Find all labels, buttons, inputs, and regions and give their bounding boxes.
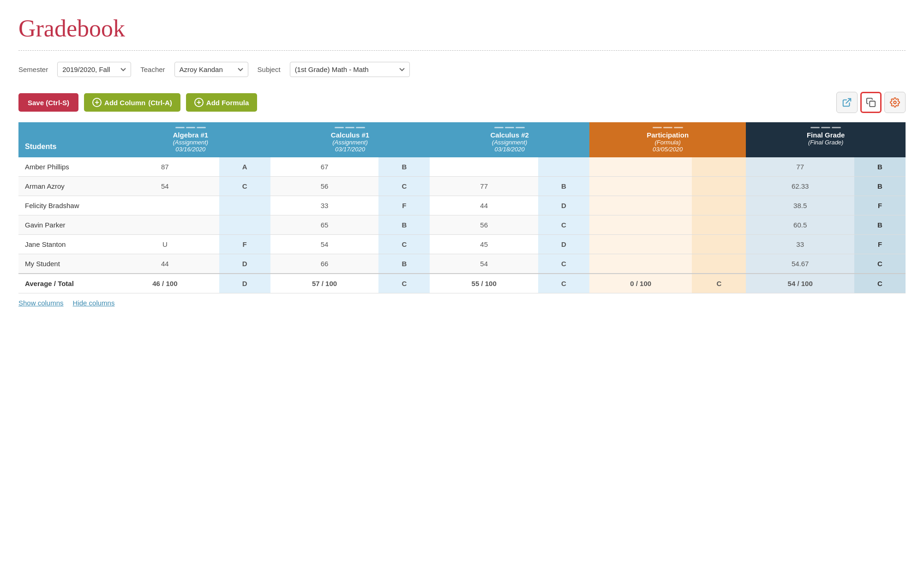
- final-cell[interactable]: 33: [746, 235, 854, 254]
- final-grade-cell[interactable]: B: [854, 215, 906, 235]
- export-button[interactable]: [836, 92, 858, 113]
- final-grade-cell[interactable]: B: [854, 157, 906, 177]
- formula-cell[interactable]: [589, 157, 692, 177]
- subject-select[interactable]: (1st Grade) Math - Math: [290, 62, 410, 77]
- grade-cell[interactable]: F: [219, 235, 270, 254]
- grade-cell[interactable]: B: [378, 157, 430, 177]
- grade-cell[interactable]: A: [219, 157, 270, 177]
- student-name: Jane Stanton: [18, 235, 111, 254]
- formula-grade-cell[interactable]: [692, 254, 746, 274]
- grade-cell[interactable]: D: [219, 254, 270, 274]
- col-header-algebra1: Algebra #1 (Assignment) 03/16/2020: [111, 122, 270, 157]
- grade-cell[interactable]: D: [538, 235, 589, 254]
- grade-cell[interactable]: F: [378, 196, 430, 215]
- table-row: Gavin Parker 65 B 56 C 60.5 B: [18, 215, 906, 235]
- score-cell[interactable]: [430, 157, 538, 177]
- grade-cell[interactable]: C: [538, 215, 589, 235]
- grade-cell[interactable]: C: [378, 235, 430, 254]
- grade-cell[interactable]: B: [378, 254, 430, 274]
- final-grade-cell[interactable]: F: [854, 196, 906, 215]
- grade-cell[interactable]: B: [378, 215, 430, 235]
- score-cell[interactable]: 45: [430, 235, 538, 254]
- add-column-button[interactable]: + Add Column (Ctrl-A): [84, 93, 180, 112]
- score-cell[interactable]: 56: [270, 177, 379, 196]
- hide-columns-link[interactable]: Hide columns: [73, 299, 115, 307]
- final-cell[interactable]: 62.33: [746, 177, 854, 196]
- formula-cell[interactable]: [589, 196, 692, 215]
- score-cell[interactable]: 54: [111, 177, 219, 196]
- save-button[interactable]: Save (Ctrl-S): [18, 93, 78, 112]
- col-header-final-grade: Final Grade (Final Grade): [746, 122, 906, 157]
- formula-cell[interactable]: [589, 235, 692, 254]
- formula-grade-cell[interactable]: [692, 177, 746, 196]
- final-cell[interactable]: 60.5: [746, 215, 854, 235]
- formula-grade-cell[interactable]: [692, 196, 746, 215]
- avg-formula-grade-cell: C: [692, 274, 746, 293]
- table-row: Felicity Bradshaw 33 F 44 D 38.5 F: [18, 196, 906, 215]
- svg-rect-1: [870, 101, 875, 107]
- table-row: Jane Stanton U F 54 C 45 D 33 F: [18, 235, 906, 254]
- formula-cell[interactable]: [589, 177, 692, 196]
- grade-cell[interactable]: C: [378, 177, 430, 196]
- toolbar: Save (Ctrl-S) + Add Column (Ctrl-A) + Ad…: [18, 92, 906, 113]
- formula-grade-cell[interactable]: [692, 215, 746, 235]
- formula-cell[interactable]: [589, 254, 692, 274]
- student-name: Felicity Bradshaw: [18, 196, 111, 215]
- score-cell[interactable]: U: [111, 235, 219, 254]
- show-columns-link[interactable]: Show columns: [18, 299, 64, 307]
- final-cell[interactable]: 38.5: [746, 196, 854, 215]
- score-cell[interactable]: [111, 215, 219, 235]
- final-grade-cell[interactable]: B: [854, 177, 906, 196]
- gradebook-table-wrapper: Students Algebra #1 (Assignment) 03/16/2…: [18, 122, 906, 293]
- student-name: My Student: [18, 254, 111, 274]
- formula-grade-cell[interactable]: [692, 157, 746, 177]
- final-cell[interactable]: 77: [746, 157, 854, 177]
- score-cell[interactable]: 65: [270, 215, 379, 235]
- avg-final-grade-cell: C: [854, 274, 906, 293]
- table-row: My Student 44 D 66 B 54 C 54.67 C: [18, 254, 906, 274]
- final-grade-cell[interactable]: C: [854, 254, 906, 274]
- avg-grade-cell: C: [538, 274, 589, 293]
- score-cell[interactable]: 33: [270, 196, 379, 215]
- avg-final-cell: 54 / 100: [746, 274, 854, 293]
- col-header-participation: Participation (Formula) 03/05/2020: [589, 122, 746, 157]
- avg-score-cell: 57 / 100: [270, 274, 379, 293]
- semester-select[interactable]: 2019/2020, Fall: [57, 62, 131, 77]
- student-name: Arman Azroy: [18, 177, 111, 196]
- score-cell[interactable]: 56: [430, 215, 538, 235]
- score-cell[interactable]: 66: [270, 254, 379, 274]
- page-title: Gradebook: [18, 15, 906, 42]
- final-grade-cell[interactable]: F: [854, 235, 906, 254]
- settings-button[interactable]: [884, 92, 906, 113]
- add-formula-icon: +: [194, 98, 204, 107]
- score-cell[interactable]: 77: [430, 177, 538, 196]
- score-cell[interactable]: 87: [111, 157, 219, 177]
- grade-cell[interactable]: C: [219, 177, 270, 196]
- table-row: Arman Azroy 54 C 56 C 77 B 62.33 B: [18, 177, 906, 196]
- table-footer: Show columns Hide columns: [18, 299, 906, 307]
- final-cell[interactable]: 54.67: [746, 254, 854, 274]
- score-cell[interactable]: [111, 196, 219, 215]
- formula-cell[interactable]: [589, 215, 692, 235]
- grade-cell[interactable]: [219, 196, 270, 215]
- grade-cell[interactable]: D: [538, 196, 589, 215]
- toolbar-right: [836, 92, 906, 113]
- score-cell[interactable]: 67: [270, 157, 379, 177]
- subject-label: Subject: [258, 66, 281, 73]
- grade-cell[interactable]: C: [538, 254, 589, 274]
- filters-bar: Semester 2019/2020, Fall Teacher Azroy K…: [18, 62, 906, 77]
- add-formula-button[interactable]: + Add Formula: [186, 93, 258, 112]
- add-column-icon: +: [92, 98, 102, 107]
- score-cell[interactable]: 44: [430, 196, 538, 215]
- table-row: Amber Phillips 87 A 67 B 77 B: [18, 157, 906, 177]
- grade-cell[interactable]: [538, 157, 589, 177]
- grade-cell[interactable]: [219, 215, 270, 235]
- formula-grade-cell[interactable]: [692, 235, 746, 254]
- teacher-select[interactable]: Azroy Kandan: [174, 62, 248, 77]
- score-cell[interactable]: 54: [270, 235, 379, 254]
- score-cell[interactable]: 54: [430, 254, 538, 274]
- grade-cell[interactable]: B: [538, 177, 589, 196]
- avg-score-cell: 55 / 100: [430, 274, 538, 293]
- score-cell[interactable]: 44: [111, 254, 219, 274]
- copy-button[interactable]: [860, 92, 882, 113]
